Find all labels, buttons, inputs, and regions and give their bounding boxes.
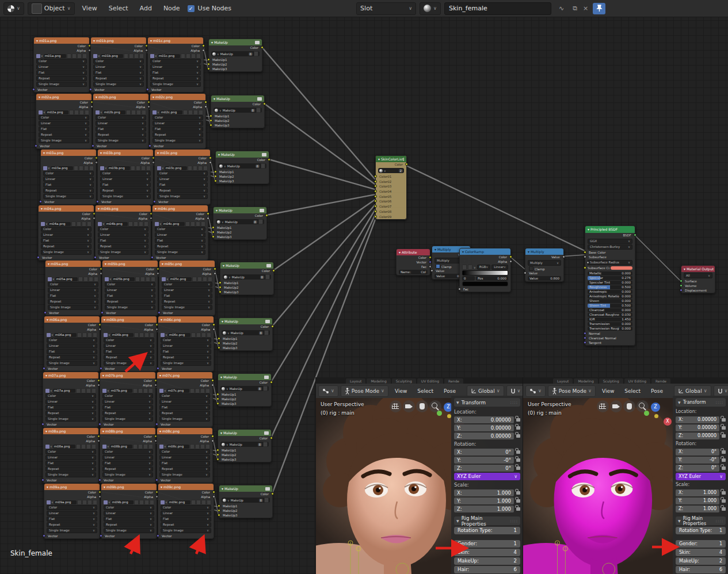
select-single-image[interactable]: Single Image∨ <box>39 138 89 143</box>
select-linear[interactable]: Linear∨ <box>157 177 208 182</box>
target-select[interactable]: All∨ <box>684 273 712 278</box>
image-selector[interactable]: ∨m04c.png <box>155 221 205 226</box>
group-datablock-field[interactable]: ∨SkinC2 <box>378 168 404 173</box>
transform-field[interactable]: Z:1.000 <box>454 505 520 512</box>
pan-gizmo[interactable] <box>416 400 428 412</box>
node-header[interactable]: ▾ Principled BSDF <box>585 226 635 233</box>
workspace-tab-modeling[interactable]: Modeling <box>574 378 597 384</box>
select-color[interactable]: Color∨ <box>159 393 210 399</box>
select-linear[interactable]: Linear∨ <box>41 232 92 238</box>
node-header[interactable]: ▾ m03b.png <box>98 150 153 156</box>
open-image-button[interactable] <box>74 166 78 171</box>
image-texture-node[interactable]: ▾ m03a.png Color Alpha ∨m03a.png Color∨L… <box>40 149 97 205</box>
select-color[interactable]: Color∨ <box>93 59 144 64</box>
input-clearcoat-roughness[interactable]: Clearcoat Roughness0.030 <box>588 313 632 317</box>
socket[interactable] <box>219 290 222 293</box>
image-texture-node[interactable]: ▾ m07b.png Color Alpha ∨m07b.png Color∨L… <box>100 372 156 427</box>
snap-button[interactable]: ∨ <box>506 385 524 397</box>
makeup-group-node[interactable]: ▾ MakeUp Color ∨MakeUp8 MakeUp1MakeUp2Ma… <box>213 206 267 240</box>
node-header[interactable]: ▾ ColorRamp <box>460 248 510 255</box>
vector-socket[interactable] <box>96 200 99 203</box>
select-linear[interactable]: Linear∨ <box>105 288 155 293</box>
lock-icon[interactable] <box>722 426 726 430</box>
group-datablock-field[interactable]: ∨MakeUp8 <box>220 442 269 447</box>
color-socket[interactable] <box>271 492 274 495</box>
socket[interactable] <box>207 67 210 70</box>
select-flat[interactable]: Flat∨ <box>41 238 92 243</box>
interpolation-select[interactable]: Linear∨ <box>491 265 508 270</box>
pack-image-button[interactable] <box>196 332 201 338</box>
rotation-mode-select[interactable]: XYZ Euler∨ <box>676 473 726 480</box>
select-flat[interactable]: Flat∨ <box>36 70 87 75</box>
select-linear[interactable]: Linear∨ <box>45 399 96 404</box>
select-single-image[interactable]: Single Image∨ <box>159 472 210 477</box>
select-linear[interactable]: Linear∨ <box>102 399 153 404</box>
select-single-image[interactable]: Single Image∨ <box>96 138 146 143</box>
node-header[interactable]: ▾ m06c.png <box>158 316 214 323</box>
node-header[interactable]: ▾ MakeUp <box>209 39 262 45</box>
node-header[interactable]: ▾ MakeUp <box>216 151 269 158</box>
select-flat[interactable]: Flat∨ <box>45 461 96 466</box>
vector-socket[interactable] <box>155 479 158 481</box>
select-repeat[interactable]: Repeat∨ <box>153 132 203 137</box>
pack-image-button[interactable] <box>82 500 87 505</box>
select-color[interactable]: Color∨ <box>98 227 148 232</box>
open-image-button[interactable] <box>190 444 195 449</box>
select-flat[interactable]: Flat∨ <box>93 70 144 75</box>
shading-mode-select[interactable]: Object∨ <box>28 2 75 15</box>
socket[interactable] <box>212 226 215 229</box>
input-subsurface-color[interactable]: Subsurface Color <box>585 266 635 270</box>
node-header[interactable]: ▾ m05a.png <box>45 261 101 267</box>
unlink-image-button[interactable] <box>146 166 151 171</box>
select-linear[interactable]: Linear∨ <box>39 121 89 126</box>
node-header[interactable]: ▾ m02b.png <box>93 94 148 100</box>
group-datablock-field[interactable]: ∨MakeUp8 <box>222 330 270 335</box>
select-linear[interactable]: Linear∨ <box>100 177 151 182</box>
select-linear[interactable]: Linear∨ <box>150 64 201 70</box>
select-single-image[interactable]: Single Image∨ <box>45 416 96 422</box>
select-color[interactable]: Color∨ <box>45 393 96 399</box>
select-single-image[interactable]: Single Image∨ <box>98 250 148 255</box>
new-image-button[interactable] <box>196 221 200 227</box>
open-image-button[interactable] <box>76 388 81 393</box>
open-image-button[interactable] <box>191 332 196 338</box>
group-datablock-field[interactable]: ∨MakeUp8 <box>211 51 260 56</box>
copy-icon[interactable]: ⧉ <box>571 5 578 12</box>
image-texture-node[interactable]: ▾ m08b.png Color Alpha ∨m08b.png Color∨L… <box>100 427 156 483</box>
transform-field[interactable]: Z:0° <box>454 464 520 472</box>
select-repeat[interactable]: Repeat∨ <box>43 188 94 193</box>
select-linear[interactable]: Linear∨ <box>104 343 154 349</box>
new-image-button[interactable] <box>193 110 198 115</box>
socket[interactable] <box>218 509 220 512</box>
lock-icon[interactable] <box>516 507 520 511</box>
select-linear[interactable]: Linear∨ <box>102 455 153 460</box>
mode-select[interactable]: Pose Mode∨ <box>548 385 596 397</box>
new-image-button[interactable] <box>82 221 86 227</box>
input-sheen-tint[interactable]: Sheen Tint0.500 <box>588 304 632 308</box>
pack-image-button[interactable] <box>131 110 136 115</box>
socket[interactable] <box>207 63 210 66</box>
select-repeat[interactable]: Repeat∨ <box>47 355 97 360</box>
select-linear[interactable]: Linear∨ <box>159 399 210 404</box>
editor-type-button[interactable]: ∨ <box>318 385 338 397</box>
image-selector[interactable]: ∨m08b.png <box>102 444 153 449</box>
remove-stop-button[interactable] <box>468 265 472 270</box>
makeup-group-node[interactable]: ▾ MakeUp Color ∨MakeUp8 MakeUp1MakeUp2Ma… <box>218 373 272 407</box>
image-selector[interactable]: ∨m02a.png <box>39 110 89 114</box>
image-texture-node[interactable]: ▾ m09b.png Color Alpha ∨m09b.png Color∨L… <box>101 483 157 539</box>
vector-socket[interactable] <box>39 200 42 203</box>
socket[interactable] <box>680 284 683 287</box>
select-repeat[interactable]: Repeat∨ <box>155 244 205 249</box>
pack-image-button[interactable] <box>193 166 197 171</box>
principled-bsdf-node[interactable]: ▾ Principled BSDF BSDF GGX∨Christensen-B… <box>585 225 635 346</box>
open-image-button[interactable] <box>134 500 139 505</box>
node-header[interactable]: ▾ m09a.png <box>44 484 100 490</box>
node-header[interactable]: ▾ m08a.png <box>43 428 98 434</box>
rig-panel-header[interactable]: ▼Rig Main Properties:::: <box>454 516 520 525</box>
socket[interactable] <box>562 255 565 258</box>
select-color[interactable]: Color∨ <box>150 59 201 64</box>
color-swatch[interactable] <box>611 266 632 270</box>
select-repeat[interactable]: Repeat∨ <box>45 466 96 472</box>
new-image-button[interactable] <box>201 332 206 338</box>
color-socket[interactable] <box>268 158 270 161</box>
